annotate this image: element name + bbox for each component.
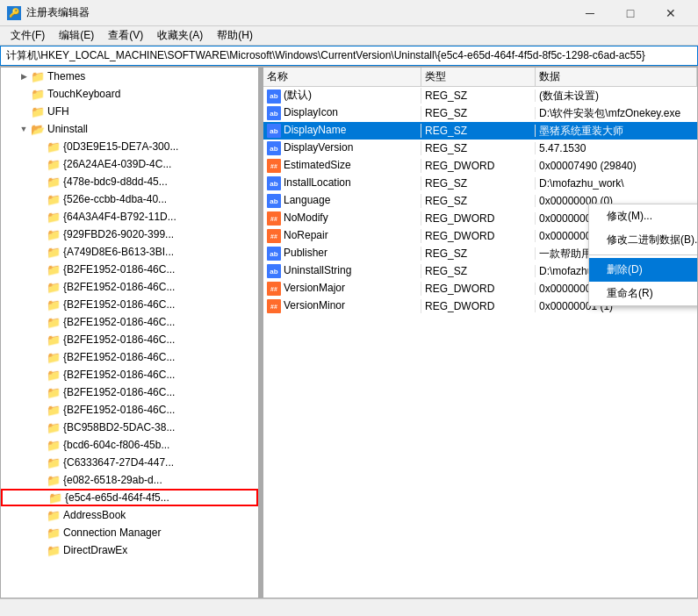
tree-item-label: AddressBook [63,509,126,521]
registry-row[interactable]: abDisplayIconREG_SZD:\软件安装包\mfzOnekey.ex… [263,104,697,122]
tree-expand-icon[interactable] [32,280,47,294]
tree-expand-icon[interactable] [32,192,47,206]
tree-item[interactable]: 📁DirectDrawEx [1,541,258,559]
menu-item-a[interactable]: 收藏夹(A) [150,26,210,45]
tree-item[interactable]: 📁{B2FE1952-0186-46C... [1,366,258,383]
tree-expand-icon[interactable]: ▼ [17,122,31,136]
reg-icon-string: ab [267,106,281,120]
tree-expand-icon[interactable] [32,262,47,276]
reg-name-text: UninstallString [284,264,351,276]
tree-expand-icon[interactable] [32,438,47,452]
address-path[interactable]: 计算机\HKEY_LOCAL_MACHINE\SOFTWARE\Microsof… [0,46,698,66]
registry-table[interactable]: ab(默认)REG_SZ(数值未设置)abDisplayIconREG_SZD:… [263,87,697,598]
tree-expand-icon[interactable] [17,87,31,101]
reg-cell-type: REG_SZ [421,107,536,119]
context-menu: 修改(M)...修改二进制数据(B)...删除(D)重命名(R) [588,204,697,306]
tree-item[interactable]: 📁{e5c4-e65d-464f-4f5... [1,489,258,506]
registry-row[interactable]: abDisplayNameREG_SZ墨猪系统重装大师 [263,122,697,140]
tree-item[interactable]: 📁{B2FE1952-0186-46C... [1,383,258,401]
tree-expand-icon[interactable] [32,140,47,154]
registry-row[interactable]: abInstallLocationREG_SZD:\mofazhu_work\ [263,175,697,192]
minimize-button[interactable]: ─ [570,0,610,26]
tree-expand-icon[interactable] [32,157,47,171]
tree-item[interactable]: 📁AddressBook [1,506,258,524]
tree-expand-icon[interactable] [32,385,47,399]
menu-item-h[interactable]: 帮助(H) [210,26,260,45]
close-button[interactable]: ✕ [651,0,691,26]
col-header-name[interactable]: 名称 [263,68,421,86]
tree-expand-icon[interactable] [32,543,47,557]
tree-item[interactable]: 📁{B2FE1952-0186-46C... [1,313,258,331]
folder-icon: 📁 [47,263,61,276]
tree-item[interactable]: 📁{B2FE1952-0186-46C... [1,261,258,278]
reg-cell-name: ##VersionMinor [263,299,421,314]
tree-expand-icon[interactable] [32,350,47,364]
context-menu-item-delete[interactable]: 删除(D) [589,258,697,282]
reg-icon-string: ab [267,247,281,261]
tree-item[interactable]: 📁{929FBD26-9020-399... [1,226,258,243]
tree-item[interactable]: 📁{bcd6-604c-f806-45b... [1,436,258,454]
reg-cell-type: REG_SZ [421,90,536,102]
tree-item[interactable]: 📁{B2FE1952-0186-46C... [1,331,258,348]
tree-item-label: {B2FE1952-0186-46C... [63,298,175,311]
tree-item[interactable]: 📁{C6333647-27D4-447... [1,454,258,471]
folder-icon: 📁 [47,211,61,223]
reg-cell-name: ##NoRepair [263,229,421,244]
tree-expand-icon[interactable] [32,210,47,224]
tree-item[interactable]: ▶📁Themes [1,68,258,85]
tree-item[interactable]: 📁{BC958BD2-5DAC-38... [1,419,258,436]
tree-item[interactable]: 📁{526e-ccbb-4dba-40... [1,190,258,208]
tree-item[interactable]: 📁TouchKeyboard [1,85,258,103]
tree-item[interactable]: 📁Connection Manager [1,524,258,541]
tree-item[interactable]: 📁{64A3A4F4-B792-11D... [1,208,258,226]
folder-icon: 📁 [31,88,45,100]
tree-item[interactable]: 📁{B2FE1952-0186-46C... [1,296,258,313]
tree-item[interactable]: 📁{A749D8E6-B613-3BI... [1,243,258,261]
menu-item-e[interactable]: 编辑(E) [52,26,101,45]
tree-item[interactable]: 📁{e082-6518-29ab-d... [1,471,258,489]
col-header-data[interactable]: 数据 [536,68,697,86]
tree-expand-icon[interactable] [32,473,47,487]
registry-row[interactable]: abDisplayVersionREG_SZ5.47.1530 [263,140,697,157]
tree-item[interactable]: 📁{B2FE1952-0186-46C... [1,278,258,296]
context-menu-item-modify[interactable]: 修改(M)... [589,204,697,228]
menu-item-v[interactable]: 查看(V) [101,26,150,45]
tree-item[interactable]: 📁{B2FE1952-0186-46C... [1,348,258,366]
reg-cell-name: abLanguage [263,194,421,209]
tree-item[interactable]: 📁{B2FE1952-0186-46C... [1,401,258,419]
tree-item[interactable]: 📁{26A24AE4-039D-4C... [1,155,258,173]
tree-item[interactable]: 📁{478e-bdc9-d8dd-45... [1,173,258,190]
tree-expand-icon[interactable] [17,104,31,118]
reg-name-text: Language [284,194,330,206]
maximize-button[interactable]: □ [610,0,651,26]
registry-row[interactable]: ##EstimatedSizeREG_DWORD0x00007490 (2984… [263,157,697,175]
tree-expand-icon[interactable] [32,420,47,434]
tree-expand-icon[interactable] [32,455,47,469]
reg-name-text: EstimatedSize [284,159,351,171]
tree-expand-icon[interactable] [32,315,47,329]
context-menu-item-rename[interactable]: 重命名(R) [589,282,697,305]
tree-expand-icon[interactable] [32,368,47,382]
folder-icon: 📁 [48,491,62,504]
tree-item[interactable]: ▼📂Uninstall [1,120,258,138]
tree-item[interactable]: 📁{0D3E9E15-DE7A-300... [1,138,258,155]
tree-expand-icon[interactable] [32,403,47,417]
tree-expand-icon[interactable] [34,491,48,505]
tree-expand-icon[interactable] [32,227,47,241]
context-menu-item-modify-binary[interactable]: 修改二进制数据(B)... [589,228,697,252]
tree-item[interactable]: 📁UFH [1,103,258,120]
tree-expand-icon[interactable] [32,245,47,259]
tree-expand-icon[interactable] [32,175,47,189]
tree-expand-icon[interactable]: ▶ [17,69,31,83]
menu-item-f[interactable]: 文件(F) [4,26,52,45]
tree-scroll[interactable]: ▶📁Themes📁TouchKeyboard📁UFH▼📂Uninstall📁{0… [1,68,258,598]
col-header-type[interactable]: 类型 [421,68,536,86]
registry-row[interactable]: ab(默认)REG_SZ(数值未设置) [263,87,697,104]
tree-expand-icon[interactable] [32,508,47,522]
tree-expand-icon[interactable] [32,526,47,540]
tree-item-label: {B2FE1952-0186-46C... [63,386,175,398]
tree-expand-icon[interactable] [32,297,47,312]
tree-expand-icon[interactable] [32,333,47,347]
window-controls: ─ □ ✕ [570,0,691,26]
folder-icon: 📂 [31,123,45,135]
